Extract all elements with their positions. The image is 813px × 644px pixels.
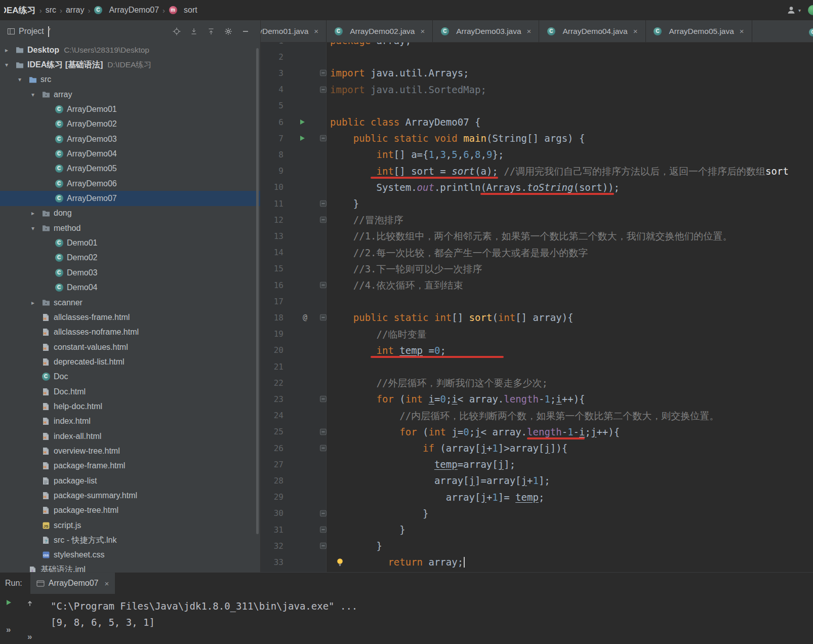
code-line[interactable]: 2: [261, 49, 813, 65]
code-line[interactable]: 16 //4.依次循环，直到结束: [261, 277, 813, 293]
tree-item[interactable]: package-list: [0, 473, 260, 488]
code-line[interactable]: 5: [261, 98, 813, 114]
fold-marker-icon[interactable]: [320, 70, 327, 76]
tree-item[interactable]: Hpackage-tree.html: [0, 503, 260, 518]
code-line[interactable]: 4import java.util.SortedMap;: [261, 82, 813, 98]
fold-marker-icon[interactable]: [320, 200, 327, 207]
breadcrumb-item[interactable]: array: [66, 6, 84, 15]
tree-item[interactable]: Hpackage-summary.html: [0, 488, 260, 503]
code-line[interactable]: 26 if (array[j+1]>array[j]){: [261, 440, 813, 456]
tab-close-icon[interactable]: ×: [740, 27, 744, 35]
tree-item[interactable]: CDoc: [0, 370, 260, 384]
fold-marker-icon[interactable]: [320, 282, 327, 289]
tree-item[interactable]: CArrayDemo03: [0, 132, 260, 146]
code-line[interactable]: 30 }: [261, 505, 813, 521]
tree-item[interactable]: JSscript.js: [0, 518, 260, 533]
project-panel-title[interactable]: Project: [19, 27, 44, 36]
code-line[interactable]: 31 }: [261, 521, 813, 538]
code-line[interactable]: 12 //冒泡排序: [261, 212, 813, 228]
code-line[interactable]: 3import java.util.Arrays;: [261, 65, 813, 81]
console-output[interactable]: "C:\Program Files\Java\jdk1.8.0_311\bin\…: [51, 598, 357, 630]
code-line[interactable]: 10 System.out.println(Arrays.toString(so…: [261, 179, 813, 195]
code-line[interactable]: 20 int temp =0;: [261, 342, 813, 358]
tree-item[interactable]: CDemo02: [0, 251, 260, 265]
code-line[interactable]: 22 //外层循环，判断我们这个要走多少次;: [261, 375, 813, 391]
tree-item[interactable]: Hhelp-doc.html: [0, 399, 260, 414]
code-line[interactable]: 14 //2.每一次比较，都会产生一个最大或者是最小的数字: [261, 245, 813, 261]
tree-chevron-icon[interactable]: ▾: [31, 91, 42, 98]
close-icon[interactable]: ×: [105, 579, 109, 588]
tree-item[interactable]: ▸scanner: [0, 295, 260, 310]
tree-item[interactable]: Hallclasses-noframe.html: [0, 325, 260, 340]
code-line[interactable]: 6public class ArrayDemo07 {: [261, 114, 813, 130]
code-line[interactable]: 28 array[j]=array[j+1];: [261, 472, 813, 489]
tree-item[interactable]: CArrayDemo07: [0, 191, 260, 206]
run-line-icon[interactable]: [299, 118, 306, 126]
tree-item[interactable]: ▾array: [0, 87, 260, 102]
tab-close-icon[interactable]: ×: [314, 27, 318, 35]
chevron-down-icon[interactable]: ▾: [48, 26, 49, 37]
code-line[interactable]: 8 int[] a={1,3,5,6,8,9};: [261, 146, 813, 163]
tree-item[interactable]: Hallclasses-frame.html: [0, 310, 260, 325]
up-arrow-icon[interactable]: [26, 600, 33, 607]
intention-bulb-icon[interactable]: [336, 558, 344, 567]
code-line[interactable]: 15 //3.下一轮则可以少一次排序: [261, 261, 813, 277]
code-line[interactable]: 32 }: [261, 538, 813, 554]
breadcrumb-item[interactable]: msort: [169, 6, 197, 15]
user-icon[interactable]: [787, 6, 796, 15]
code-line[interactable]: 29 array[j+1]= temp;: [261, 489, 813, 505]
tree-item[interactable]: CDemo03: [0, 265, 260, 280]
code-line[interactable]: 19 //临时变量: [261, 326, 813, 342]
play-icon[interactable]: [5, 599, 12, 606]
tree-item[interactable]: Hdeprecated-list.html: [0, 354, 260, 369]
run-line-icon[interactable]: [299, 135, 306, 142]
fold-marker-icon[interactable]: [320, 445, 327, 452]
breadcrumb-item[interactable]: IDEA练习: [4, 5, 36, 16]
tree-item[interactable]: Hindex-all.html: [0, 429, 260, 444]
code-area[interactable]: 1package array;23import java.util.Arrays…: [261, 43, 813, 572]
tab-close-icon[interactable]: ×: [420, 27, 425, 35]
fold-marker-icon[interactable]: [320, 135, 327, 142]
tree-item[interactable]: cssstylesheet.css: [0, 548, 260, 562]
hide-panel-icon[interactable]: [241, 27, 250, 36]
run-tab[interactable]: ArrayDemo07 ×: [30, 573, 115, 594]
code-line[interactable]: 7 public static void main(String[] args)…: [261, 130, 813, 146]
tree-item[interactable]: ▾src: [0, 72, 260, 87]
code-line[interactable]: 21: [261, 358, 813, 375]
tree-chevron-icon[interactable]: ▸: [31, 299, 42, 306]
editor-tab[interactable]: CArrayDemo02.java×: [327, 20, 433, 42]
code-line[interactable]: 27 temp=array[j];: [261, 456, 813, 472]
code-line[interactable]: 17: [261, 293, 813, 309]
tree-item[interactable]: Hindex.html: [0, 414, 260, 429]
tree-item[interactable]: CArrayDemo06: [0, 176, 260, 191]
tab-close-icon[interactable]: ×: [633, 27, 638, 35]
fold-marker-icon[interactable]: [320, 217, 327, 223]
tree-item[interactable]: CDemo01: [0, 235, 260, 250]
tree-item[interactable]: HDoc.html: [0, 384, 260, 399]
tree-chevron-icon[interactable]: ▾: [5, 61, 15, 68]
chevrons-icon[interactable]: »: [27, 632, 32, 641]
breadcrumb-item[interactable]: src: [46, 6, 56, 15]
fold-marker-icon[interactable]: [320, 543, 327, 549]
tree-item[interactable]: CDemo04: [0, 280, 260, 295]
tree-chevron-icon[interactable]: ▾: [18, 76, 28, 83]
editor-tab[interactable]: CArrayDemo05.java×: [646, 20, 752, 42]
tree-item[interactable]: CArrayDemo02: [0, 117, 260, 132]
tree-item[interactable]: CArrayDemo04: [0, 146, 260, 161]
tree-chevron-icon[interactable]: ▸: [31, 210, 42, 217]
tree-item[interactable]: ?src - 快捷方式.lnk: [0, 533, 260, 547]
code-line[interactable]: 13 //1.比较数组中，两个相邻元素，如果第一个数比第二个数大，我们就交换他们…: [261, 228, 813, 244]
fold-marker-icon[interactable]: [320, 314, 327, 321]
code-line[interactable]: 18@ public static int[] sort(int[] array…: [261, 309, 813, 326]
tree-item[interactable]: CArrayDemo05: [0, 162, 260, 176]
code-line[interactable]: 33 return array;: [261, 554, 813, 570]
tree-item[interactable]: ▸DesktopC:\Users\28319\Desktop: [0, 43, 260, 57]
tab-close-icon[interactable]: ×: [527, 27, 532, 35]
fold-marker-icon[interactable]: [320, 428, 327, 435]
fold-marker-icon[interactable]: [320, 527, 327, 533]
tree-item[interactable]: Hpackage-frame.html: [0, 459, 260, 473]
editor-tab[interactable]: CArrayDemo03.java×: [433, 20, 539, 42]
code-line[interactable]: 23 for (int i=0;i< array.length-1;i++){: [261, 391, 813, 407]
tree-item[interactable]: ▸dong: [0, 206, 260, 221]
chevrons-icon[interactable]: »: [6, 625, 11, 634]
